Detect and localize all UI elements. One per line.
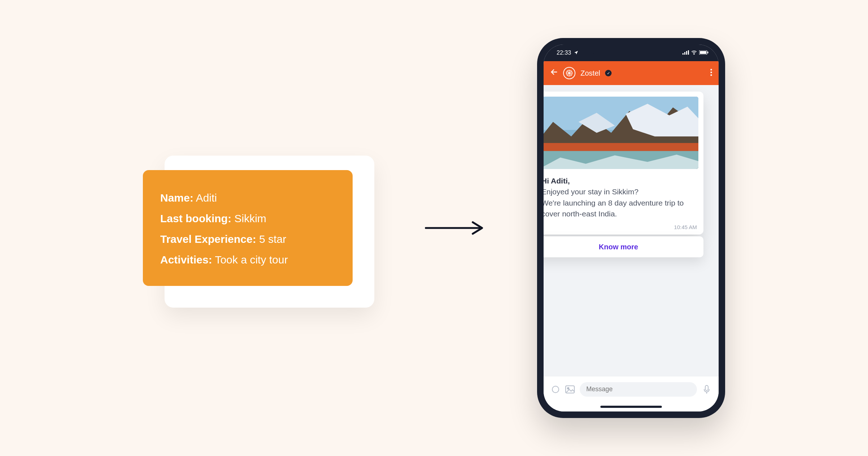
- profile-booking-value: Sikkim: [234, 212, 266, 224]
- profile-act-row: Activities: Took a city tour: [160, 249, 335, 270]
- message-card: Hi Aditi, Enjoyed your stay in Sikkim? W…: [544, 92, 703, 235]
- message-input[interactable]: [586, 385, 690, 393]
- message-image: [544, 97, 698, 169]
- svg-rect-7: [700, 51, 706, 54]
- arrow-icon: [425, 221, 486, 235]
- svg-point-15: [710, 69, 712, 70]
- svg-rect-8: [707, 52, 709, 54]
- home-indicator: [600, 406, 662, 408]
- brand-avatar[interactable]: [563, 67, 575, 79]
- profile-act-value: Took a city tour: [215, 254, 288, 266]
- message-greeting: Hi Aditi,: [544, 176, 695, 186]
- svg-rect-2: [684, 52, 685, 55]
- wifi-icon: [691, 50, 697, 56]
- input-bar: [544, 376, 719, 402]
- svg-rect-3: [686, 51, 687, 55]
- home-indicator-bar: [544, 402, 719, 411]
- location-icon: [574, 50, 578, 56]
- phone-notch: [591, 45, 671, 55]
- message-line-2: We're launching an 8 day adventure trip …: [544, 198, 695, 220]
- message-time: 10:45 AM: [544, 224, 703, 235]
- app-bar: Zostel ✓: [544, 61, 719, 85]
- svg-point-28: [567, 387, 569, 389]
- status-time: 22:33: [557, 50, 571, 56]
- profile-exp-value: 5 star: [259, 233, 286, 245]
- profile-booking-label: Last booking:: [160, 212, 231, 224]
- image-icon[interactable]: [565, 385, 575, 394]
- signal-icon: [682, 50, 689, 56]
- app-title: Zostel: [580, 69, 600, 77]
- back-icon[interactable]: [550, 68, 558, 78]
- mic-icon[interactable]: [702, 385, 711, 394]
- profile-card-group: Name: Aditi Last booking: Sikkim Travel …: [143, 141, 374, 315]
- profile-name-row: Name: Aditi: [160, 187, 335, 208]
- verified-badge-icon: ✓: [605, 70, 612, 76]
- svg-point-17: [710, 74, 712, 76]
- battery-icon: [699, 50, 709, 56]
- profile-name-label: Name:: [160, 192, 193, 204]
- circle-icon[interactable]: [551, 385, 560, 394]
- message-line-1: Enjoyed your stay in Sikkim?: [544, 186, 695, 197]
- svg-point-26: [552, 386, 559, 393]
- svg-point-5: [694, 54, 694, 54]
- svg-rect-23: [544, 143, 698, 152]
- message-body: Hi Aditi, Enjoyed your stay in Sikkim? W…: [544, 169, 703, 224]
- know-more-label: Know more: [599, 243, 638, 251]
- more-icon[interactable]: [710, 68, 712, 78]
- profile-booking-row: Last booking: Sikkim: [160, 208, 335, 229]
- message-field-wrap[interactable]: [580, 382, 697, 397]
- profile-exp-label: Travel Experience:: [160, 233, 256, 245]
- profile-act-label: Activities:: [160, 254, 212, 266]
- profile-exp-row: Travel Experience: 5 star: [160, 229, 335, 249]
- svg-point-16: [710, 72, 712, 73]
- profile-card-front: Name: Aditi Last booking: Sikkim Travel …: [143, 170, 353, 286]
- svg-rect-29: [705, 385, 708, 390]
- chat-area: Hi Aditi, Enjoyed your stay in Sikkim? W…: [544, 85, 719, 376]
- svg-rect-4: [688, 50, 689, 55]
- phone-frame: 22:33: [537, 38, 725, 418]
- know-more-button[interactable]: Know more: [544, 236, 703, 257]
- phone-screen: 22:33: [544, 45, 719, 411]
- svg-rect-1: [682, 53, 684, 55]
- profile-name-value: Aditi: [196, 192, 217, 204]
